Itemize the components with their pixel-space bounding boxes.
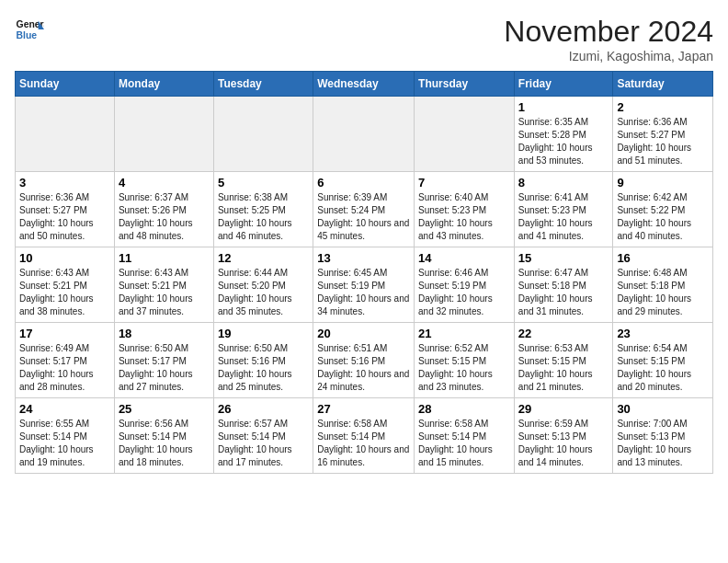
day-info: Sunrise: 6:50 AM Sunset: 5:17 PM Dayligh… [119,342,210,394]
calendar-cell: 16Sunrise: 6:48 AM Sunset: 5:18 PM Dayli… [613,247,713,323]
day-info: Sunrise: 6:35 AM Sunset: 5:28 PM Dayligh… [518,116,609,167]
day-number: 14 [418,251,510,265]
weekday-header-wednesday: Wednesday [313,72,415,97]
day-info: Sunrise: 6:53 AM Sunset: 5:15 PM Dayligh… [518,342,609,394]
day-number: 26 [218,402,309,416]
calendar-cell: 21Sunrise: 6:52 AM Sunset: 5:15 PM Dayli… [415,323,515,398]
day-number: 3 [19,176,110,190]
week-row-5: 24Sunrise: 6:55 AM Sunset: 5:14 PM Dayli… [16,398,713,474]
week-row-1: 1Sunrise: 6:35 AM Sunset: 5:28 PM Daylig… [16,97,713,172]
calendar-cell: 24Sunrise: 6:55 AM Sunset: 5:14 PM Dayli… [16,398,115,474]
calendar-cell: 22Sunrise: 6:53 AM Sunset: 5:15 PM Dayli… [514,323,613,398]
calendar-cell: 10Sunrise: 6:43 AM Sunset: 5:21 PM Dayli… [16,247,115,323]
calendar-cell [313,97,415,172]
day-info: Sunrise: 6:50 AM Sunset: 5:16 PM Dayligh… [218,342,309,394]
calendar-cell: 1Sunrise: 6:35 AM Sunset: 5:28 PM Daylig… [514,97,613,172]
calendar-cell: 13Sunrise: 6:45 AM Sunset: 5:19 PM Dayli… [313,247,415,323]
day-info: Sunrise: 6:36 AM Sunset: 5:27 PM Dayligh… [617,116,709,167]
day-number: 16 [617,251,709,265]
day-number: 18 [119,327,210,340]
weekday-header-row: SundayMondayTuesdayWednesdayThursdayFrid… [16,72,713,97]
weekday-header-sunday: Sunday [16,72,115,97]
month-title: November 2024 [504,15,713,49]
day-info: Sunrise: 6:55 AM Sunset: 5:14 PM Dayligh… [19,418,110,469]
day-info: Sunrise: 6:46 AM Sunset: 5:19 PM Dayligh… [418,267,510,318]
weekday-header-thursday: Thursday [415,72,515,97]
day-number: 8 [518,176,609,190]
calendar-cell: 29Sunrise: 6:59 AM Sunset: 5:13 PM Dayli… [514,398,613,474]
calendar-cell: 12Sunrise: 6:44 AM Sunset: 5:20 PM Dayli… [213,247,313,323]
calendar-cell [213,97,313,172]
day-info: Sunrise: 6:39 AM Sunset: 5:24 PM Dayligh… [317,191,410,243]
calendar-cell: 23Sunrise: 6:54 AM Sunset: 5:15 PM Dayli… [613,323,713,398]
day-number: 28 [418,402,510,416]
day-info: Sunrise: 6:56 AM Sunset: 5:14 PM Dayligh… [119,418,210,469]
day-number: 11 [119,251,210,265]
day-number: 9 [617,176,709,190]
svg-text:Blue: Blue [17,30,38,40]
day-info: Sunrise: 6:47 AM Sunset: 5:18 PM Dayligh… [518,267,609,318]
day-info: Sunrise: 6:36 AM Sunset: 5:27 PM Dayligh… [19,191,110,243]
day-info: Sunrise: 6:44 AM Sunset: 5:20 PM Dayligh… [218,267,309,318]
calendar-cell: 4Sunrise: 6:37 AM Sunset: 5:26 PM Daylig… [114,172,213,247]
calendar-cell: 27Sunrise: 6:58 AM Sunset: 5:14 PM Dayli… [313,398,415,474]
title-block: November 2024 Izumi, Kagoshima, Japan [504,15,713,63]
day-info: Sunrise: 6:57 AM Sunset: 5:14 PM Dayligh… [218,418,309,469]
day-info: Sunrise: 6:37 AM Sunset: 5:26 PM Dayligh… [119,191,210,243]
page-header: General Blue November 2024 Izumi, Kagosh… [15,15,713,63]
day-info: Sunrise: 7:00 AM Sunset: 5:13 PM Dayligh… [617,418,709,469]
week-row-3: 10Sunrise: 6:43 AM Sunset: 5:21 PM Dayli… [16,247,713,323]
day-info: Sunrise: 6:48 AM Sunset: 5:18 PM Dayligh… [617,267,709,318]
calendar-cell: 19Sunrise: 6:50 AM Sunset: 5:16 PM Dayli… [213,323,313,398]
calendar-cell: 30Sunrise: 7:00 AM Sunset: 5:13 PM Dayli… [613,398,713,474]
calendar-cell: 6Sunrise: 6:39 AM Sunset: 5:24 PM Daylig… [313,172,415,247]
day-number: 20 [317,327,410,340]
day-number: 21 [418,327,510,340]
calendar-cell: 11Sunrise: 6:43 AM Sunset: 5:21 PM Dayli… [114,247,213,323]
day-number: 29 [518,402,609,416]
location: Izumi, Kagoshima, Japan [504,49,713,63]
day-number: 24 [19,402,110,416]
day-info: Sunrise: 6:42 AM Sunset: 5:22 PM Dayligh… [617,191,709,243]
day-info: Sunrise: 6:51 AM Sunset: 5:16 PM Dayligh… [317,342,410,394]
calendar-cell: 17Sunrise: 6:49 AM Sunset: 5:17 PM Dayli… [16,323,115,398]
week-row-4: 17Sunrise: 6:49 AM Sunset: 5:17 PM Dayli… [16,323,713,398]
day-info: Sunrise: 6:38 AM Sunset: 5:25 PM Dayligh… [218,191,309,243]
day-number: 6 [317,176,410,190]
calendar-cell [415,97,515,172]
calendar-cell: 5Sunrise: 6:38 AM Sunset: 5:25 PM Daylig… [213,172,313,247]
weekday-header-tuesday: Tuesday [213,72,313,97]
weekday-header-friday: Friday [514,72,613,97]
day-number: 15 [518,251,609,265]
day-number: 17 [19,327,110,340]
day-info: Sunrise: 6:43 AM Sunset: 5:21 PM Dayligh… [19,267,110,318]
day-info: Sunrise: 6:58 AM Sunset: 5:14 PM Dayligh… [418,418,510,469]
weekday-header-saturday: Saturday [613,72,713,97]
calendar-cell: 15Sunrise: 6:47 AM Sunset: 5:18 PM Dayli… [514,247,613,323]
day-info: Sunrise: 6:58 AM Sunset: 5:14 PM Dayligh… [317,418,410,469]
day-info: Sunrise: 6:59 AM Sunset: 5:13 PM Dayligh… [518,418,609,469]
calendar-cell: 3Sunrise: 6:36 AM Sunset: 5:27 PM Daylig… [16,172,115,247]
calendar-cell: 18Sunrise: 6:50 AM Sunset: 5:17 PM Dayli… [114,323,213,398]
day-info: Sunrise: 6:49 AM Sunset: 5:17 PM Dayligh… [19,342,110,394]
weekday-header-monday: Monday [114,72,213,97]
day-number: 22 [518,327,609,340]
day-number: 27 [317,402,410,416]
calendar-cell: 20Sunrise: 6:51 AM Sunset: 5:16 PM Dayli… [313,323,415,398]
day-number: 2 [617,100,709,114]
day-info: Sunrise: 6:41 AM Sunset: 5:23 PM Dayligh… [518,191,609,243]
day-number: 10 [19,251,110,265]
logo-icon: General Blue [15,15,44,44]
day-number: 1 [518,100,609,114]
day-number: 19 [218,327,309,340]
day-number: 25 [119,402,210,416]
calendar-cell: 14Sunrise: 6:46 AM Sunset: 5:19 PM Dayli… [415,247,515,323]
calendar-cell: 28Sunrise: 6:58 AM Sunset: 5:14 PM Dayli… [415,398,515,474]
day-number: 5 [218,176,309,190]
calendar-table: SundayMondayTuesdayWednesdayThursdayFrid… [15,71,713,474]
calendar-cell: 7Sunrise: 6:40 AM Sunset: 5:23 PM Daylig… [415,172,515,247]
day-info: Sunrise: 6:40 AM Sunset: 5:23 PM Dayligh… [418,191,510,243]
calendar-cell: 26Sunrise: 6:57 AM Sunset: 5:14 PM Dayli… [213,398,313,474]
day-info: Sunrise: 6:43 AM Sunset: 5:21 PM Dayligh… [119,267,210,318]
day-info: Sunrise: 6:54 AM Sunset: 5:15 PM Dayligh… [617,342,709,394]
